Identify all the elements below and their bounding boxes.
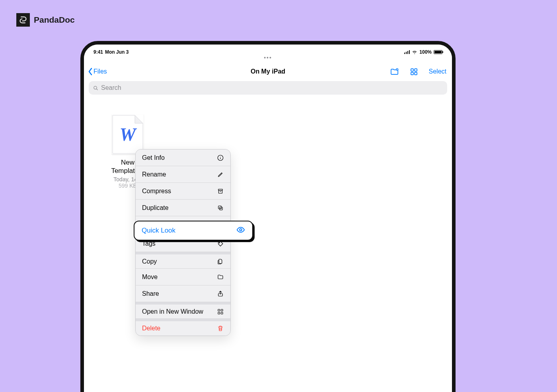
- search-icon: [93, 85, 99, 91]
- svg-point-25: [240, 229, 242, 231]
- archive-icon: [217, 188, 224, 195]
- view-options-button[interactable]: [409, 67, 419, 76]
- status-bar: 9:41 Mon Jun 3 100%: [84, 45, 452, 56]
- menu-label: Get Info: [142, 154, 165, 161]
- menu-label: Open in New Window: [142, 308, 203, 315]
- svg-line-6: [97, 89, 98, 90]
- svg-rect-3: [411, 72, 413, 74]
- menu-label: Quick Look: [142, 227, 175, 235]
- svg-point-17: [219, 242, 220, 243]
- menu-label: Duplicate: [142, 204, 169, 212]
- folder-icon: [217, 274, 224, 281]
- svg-point-5: [94, 86, 97, 89]
- battery-icon: [434, 50, 442, 54]
- pandadoc-wordmark: PandaDoc: [34, 15, 75, 25]
- menu-label: Rename: [142, 171, 166, 178]
- select-button[interactable]: Select: [429, 68, 446, 75]
- menu-get-info[interactable]: Get Info: [136, 149, 230, 166]
- menu-copy[interactable]: Copy: [136, 252, 230, 269]
- info-icon: [217, 154, 224, 161]
- wifi-icon: [412, 49, 417, 55]
- tag-icon: [217, 240, 224, 247]
- grid-icon: [217, 308, 224, 315]
- svg-rect-2: [414, 68, 417, 71]
- svg-rect-11: [219, 190, 222, 193]
- trash-icon: [217, 325, 224, 332]
- menu-label: Compress: [142, 188, 171, 195]
- menu-quick-look[interactable]: Quick Look: [134, 221, 253, 241]
- svg-rect-4: [414, 72, 417, 74]
- eye-icon: [236, 225, 245, 236]
- pandadoc-badge: PandaDoc: [16, 13, 75, 27]
- pandadoc-logo-icon: [16, 13, 30, 27]
- back-button[interactable]: Files: [87, 67, 107, 76]
- menu-duplicate[interactable]: Duplicate: [136, 200, 230, 216]
- nav-bar: Files On My iPad: [84, 63, 452, 80]
- menu-share[interactable]: Share: [136, 285, 230, 302]
- copy-icon: [217, 258, 224, 265]
- menu-open-new-window[interactable]: Open in New Window: [136, 302, 230, 319]
- svg-rect-1: [411, 68, 413, 71]
- search-placeholder: Search: [101, 84, 121, 91]
- menu-label: Copy: [142, 258, 157, 265]
- status-time: 9:41: [93, 49, 103, 55]
- menu-move[interactable]: Move: [136, 269, 230, 285]
- svg-point-9: [220, 156, 220, 157]
- svg-rect-22: [221, 312, 223, 314]
- svg-rect-19: [218, 309, 220, 311]
- menu-rename[interactable]: Rename: [136, 166, 230, 183]
- duplicate-icon: [217, 204, 224, 212]
- menu-label: Tags: [142, 240, 156, 247]
- new-folder-button[interactable]: [390, 67, 399, 76]
- search-input[interactable]: Search: [89, 81, 447, 95]
- battery-pct: 100%: [419, 49, 432, 55]
- cellular-icon: [404, 50, 410, 54]
- menu-compress[interactable]: Compress: [136, 183, 230, 200]
- back-label: Files: [93, 68, 107, 75]
- multitask-dots-icon[interactable]: •••: [84, 56, 452, 63]
- svg-rect-20: [221, 309, 223, 311]
- context-menu: Get Info Rename Compress Duplicate Tags …: [135, 149, 231, 336]
- menu-label: Share: [142, 290, 159, 297]
- status-date: Mon Jun 3: [105, 49, 129, 55]
- document-icon: W: [112, 114, 144, 154]
- svg-rect-21: [218, 312, 220, 314]
- document-badge: W: [112, 114, 144, 154]
- menu-label: Move: [142, 274, 158, 281]
- share-icon: [217, 290, 224, 297]
- menu-label: Delete: [142, 325, 160, 332]
- menu-delete[interactable]: Delete: [136, 319, 230, 336]
- pencil-icon: [217, 171, 224, 178]
